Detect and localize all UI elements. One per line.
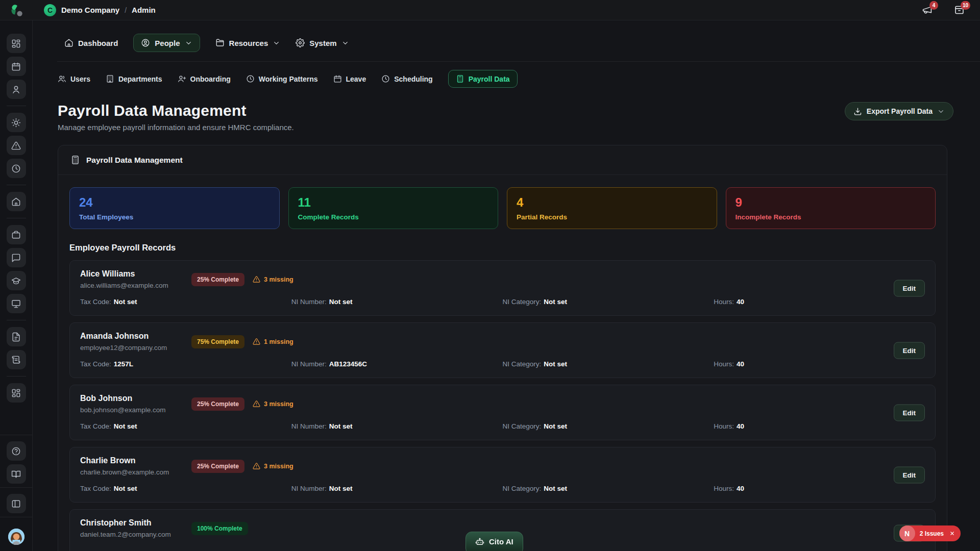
warning-triangle-icon <box>253 338 260 345</box>
sidebar-item-contracts[interactable] <box>7 350 26 369</box>
page-title: Payroll Data Management <box>58 102 294 119</box>
clock-icon <box>11 164 21 173</box>
sidebar-item-profile[interactable] <box>7 80 26 99</box>
stat-value: 24 <box>79 195 270 210</box>
whats-new-count-badge: 10 <box>961 1 970 10</box>
sidebar-item-help[interactable] <box>7 441 26 461</box>
file-text-icon <box>11 332 21 342</box>
stat-value: 11 <box>298 195 489 210</box>
employee-row: Amanda Johnson employee12@company.com 75… <box>69 322 936 378</box>
home-icon <box>11 197 21 207</box>
employee-name: Alice Williams <box>80 269 191 279</box>
tab-working-patterns[interactable]: Working Patterns <box>246 74 318 83</box>
sidebar-divider <box>7 218 26 218</box>
sidebar-item-dashboard[interactable] <box>7 34 26 53</box>
clock-icon <box>246 74 255 83</box>
missing-indicator: 3 missing <box>253 276 293 283</box>
warning-triangle-icon <box>253 276 260 283</box>
sidebar-item-documents[interactable] <box>7 327 26 346</box>
company-badge-icon[interactable]: C <box>44 4 56 16</box>
scroll-icon <box>11 355 21 365</box>
tab-leave[interactable]: Leave <box>333 74 366 83</box>
employee-email: employee12@company.com <box>80 344 191 352</box>
chevron-down-icon <box>185 39 192 47</box>
sun-icon <box>11 118 21 128</box>
breadcrumb-company[interactable]: Demo Company <box>61 6 119 14</box>
employee-list: Alice Williams alice.williams@example.co… <box>69 260 936 551</box>
sidebar-item-display[interactable] <box>7 113 26 132</box>
chat-bubble-icon <box>11 253 21 263</box>
sidebar-divider <box>7 376 26 377</box>
download-icon <box>853 107 862 116</box>
whats-new-button[interactable]: 10 <box>954 5 965 15</box>
user-icon <box>11 85 21 94</box>
chevron-down-icon <box>341 39 349 47</box>
nav-people[interactable]: People <box>133 34 200 52</box>
tab-scheduling[interactable]: Scheduling <box>381 74 432 83</box>
building-icon <box>106 74 114 83</box>
stat-label: Incomplete Records <box>736 213 926 221</box>
nav-system[interactable]: System <box>296 38 349 47</box>
announcements-button[interactable]: 4 <box>922 5 933 15</box>
employee-row: Alice Williams alice.williams@example.co… <box>69 260 936 316</box>
sidebar-divider <box>7 185 26 185</box>
field-tax-code: Tax Code:Not set <box>80 485 291 492</box>
app-logo[interactable] <box>0 3 33 18</box>
user-circle-icon <box>141 38 150 47</box>
breadcrumb-separator: / <box>125 6 127 14</box>
issues-toast[interactable]: N 2 Issues <box>899 525 961 541</box>
main-content: Dashboard People Resources System Users … <box>33 20 980 551</box>
user-avatar[interactable] <box>8 529 24 545</box>
field-hours: Hours:40 <box>714 298 925 306</box>
sidebar-collapse-button[interactable] <box>7 494 26 513</box>
stat-card: 11 Complete Records <box>288 187 499 229</box>
tab-departments[interactable]: Departments <box>106 74 162 83</box>
edit-button[interactable]: Edit <box>894 466 925 483</box>
edit-button[interactable]: Edit <box>894 342 925 359</box>
cito-ai-button[interactable]: Cito AI <box>465 532 523 551</box>
company-logo-icon <box>9 3 24 18</box>
sidebar-item-devices[interactable] <box>7 294 26 313</box>
home-icon <box>64 38 74 47</box>
gear-icon <box>296 38 305 47</box>
book-open-icon <box>11 469 21 479</box>
breadcrumb-section[interactable]: Admin <box>132 6 156 14</box>
edit-button[interactable]: Edit <box>894 280 925 296</box>
graduation-cap-icon <box>11 276 21 286</box>
tab-users[interactable]: Users <box>58 74 90 83</box>
sidebar-item-home[interactable] <box>7 192 26 211</box>
breadcrumb: C Demo Company / Admin <box>44 4 156 16</box>
sidebar-divider <box>7 106 26 106</box>
tab-onboarding[interactable]: Onboarding <box>178 74 231 83</box>
edit-button[interactable]: Edit <box>894 404 925 421</box>
sidebar-item-messages[interactable] <box>7 248 26 267</box>
missing-indicator: 1 missing <box>253 338 293 345</box>
sidebar-item-docs[interactable] <box>7 464 26 484</box>
stat-label: Partial Records <box>517 213 707 221</box>
calculator-icon <box>70 155 80 165</box>
sidebar-item-calendar[interactable] <box>7 57 26 76</box>
sidebar-item-apps[interactable] <box>7 383 26 403</box>
apps-grid-icon <box>11 388 21 398</box>
field-tax-code: Tax Code:Not set <box>80 422 291 430</box>
nav-dashboard[interactable]: Dashboard <box>64 38 118 47</box>
people-tabs: Users Departments Onboarding Working Pat… <box>58 70 980 88</box>
sidebar-item-alerts[interactable] <box>7 136 26 155</box>
sidebar-item-work[interactable] <box>7 225 26 244</box>
calendar-icon <box>333 74 342 83</box>
field-tax-code: Tax Code:Not set <box>80 298 291 306</box>
tab-payroll-data[interactable]: Payroll Data <box>448 70 518 88</box>
sidebar-item-learning[interactable] <box>7 271 26 290</box>
sidebar-item-history[interactable] <box>7 159 26 178</box>
field-ni-number: NI Number:Not set <box>291 422 503 430</box>
icon-sidebar <box>0 20 33 551</box>
page-subtitle: Manage employee payroll information and … <box>58 123 294 132</box>
export-payroll-button[interactable]: Export Payroll Data <box>845 102 953 120</box>
nav-resources[interactable]: Resources <box>215 38 281 47</box>
field-ni-number: NI Number:Not set <box>291 485 503 492</box>
warning-triangle-icon <box>253 400 260 408</box>
chevron-down-icon <box>273 39 280 47</box>
toast-close-button[interactable] <box>949 531 955 536</box>
nav-label: Resources <box>229 39 268 47</box>
stat-label: Total Employees <box>79 213 270 221</box>
